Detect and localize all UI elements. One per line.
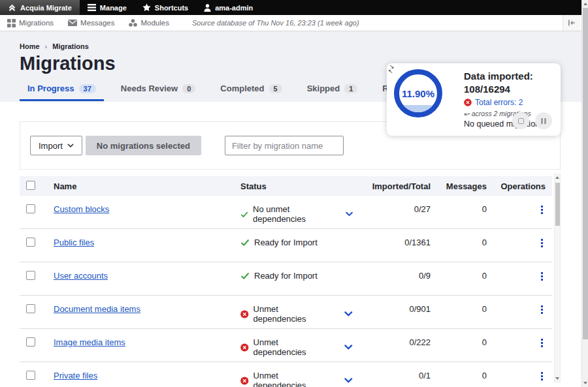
topbar-item-label: Acquia Migrate [20, 4, 72, 12]
toolbar-item-messages[interactable]: Messages [61, 19, 122, 27]
select-all-checkbox[interactable] [26, 181, 35, 190]
operations-menu-button[interactable] [538, 337, 546, 350]
tab-completed[interactable]: Completed 5 [212, 79, 289, 101]
status-text: Unmet dependencies [253, 337, 331, 357]
error-icon [240, 343, 249, 352]
import-dropdown-button[interactable]: Import [30, 136, 82, 155]
migration-name-link[interactable]: Document media items [54, 304, 140, 314]
total-errors-link[interactable]: Total errors: 2 [475, 98, 523, 107]
table-row: Document media items Unmet dependencies … [20, 296, 552, 329]
topbar-item-shortcuts[interactable]: Shortcuts [135, 0, 196, 15]
table-row: Private files Unmet dependencies 0/1 0 [20, 362, 552, 387]
import-button-label: Import [39, 141, 63, 151]
error-icon [240, 310, 249, 318]
collapse-tray-button[interactable] [563, 15, 580, 31]
stop-import-button[interactable] [512, 112, 529, 129]
breadcrumb: Home › Migrations [20, 42, 581, 50]
grid-icon [7, 19, 16, 27]
migration-name-link[interactable]: Image media items [54, 337, 125, 347]
star-icon [142, 3, 151, 12]
imported-total-value: 0/1361 [353, 238, 436, 247]
row-checkbox[interactable] [26, 204, 35, 213]
row-checkbox[interactable] [26, 304, 35, 313]
table-row: Custom blocks No unmet dependencies 0/27… [20, 196, 552, 229]
error-icon [240, 377, 249, 385]
scroll-up-arrow-icon[interactable] [555, 174, 560, 181]
migration-name-link[interactable]: Private files [54, 371, 97, 380]
migration-name-link[interactable]: Custom blocks [54, 204, 109, 214]
topbar-item-user[interactable]: ama-admin [196, 0, 261, 15]
imported-total-value: 0/901 [353, 304, 436, 314]
double-chevron-up-icon [8, 3, 16, 12]
operations-menu-button[interactable] [538, 238, 546, 251]
page-scrollbar[interactable] [581, 0, 588, 387]
topbar-item-manage[interactable]: Manage [80, 0, 135, 15]
secondary-toolbar: Migrations Messages Modules Source datab… [0, 15, 581, 31]
migration-filter-input[interactable] [225, 136, 344, 155]
row-checkbox[interactable] [26, 371, 35, 380]
messages-count: 0 [436, 238, 492, 247]
row-checkbox[interactable] [26, 271, 35, 280]
messages-count: 0 [436, 337, 492, 347]
page-scrollbar-thumb[interactable] [583, 8, 588, 339]
chevron-down-icon[interactable] [344, 378, 353, 383]
across-arrow-icon: ↜ [464, 110, 470, 117]
operations-menu-button[interactable] [538, 371, 546, 384]
topbar-item-label: Manage [100, 4, 127, 12]
toolbar-item-label: Messages [80, 19, 114, 27]
check-icon [240, 272, 250, 279]
toolbar-item-migrations[interactable]: Migrations [0, 19, 61, 27]
tab-skipped[interactable]: Skipped 1 [299, 79, 366, 101]
tab-in-progress[interactable]: In Progress 37 [20, 79, 104, 101]
no-migrations-selected-button: No migrations selected [86, 136, 201, 155]
messages-count: 0 [436, 371, 492, 380]
status-text: Ready for Import [254, 271, 318, 281]
scroll-down-arrow-icon[interactable] [582, 380, 588, 386]
table-row: Public files Ready for Import 0/1361 0 [20, 229, 552, 262]
scroll-down-arrow-icon[interactable] [555, 375, 560, 382]
tab-count-badge: 5 [269, 84, 282, 93]
pause-import-button[interactable] [535, 112, 552, 129]
operations-menu-button[interactable] [538, 204, 546, 217]
data-imported-value: 108/16294 [464, 83, 557, 96]
chevron-down-icon[interactable] [344, 311, 353, 317]
header-name: Name [54, 181, 240, 191]
progress-donut: 11.90% [394, 69, 442, 117]
breadcrumb-home-link[interactable]: Home [20, 42, 40, 50]
user-icon [204, 4, 211, 12]
collapse-tray-icon [568, 20, 576, 26]
pause-icon [541, 118, 543, 124]
chevron-down-icon[interactable] [346, 211, 353, 217]
table-scrollbar[interactable] [554, 174, 561, 382]
operations-menu-button[interactable] [538, 304, 546, 317]
status-text: Ready for Import [254, 238, 318, 247]
toolbar-item-modules[interactable]: Modules [122, 19, 176, 27]
topbar-item-label: Shortcuts [155, 4, 188, 12]
messages-count: 0 [436, 271, 492, 281]
row-checkbox[interactable] [26, 238, 35, 247]
kebab-icon [541, 272, 543, 274]
migration-name-link[interactable]: Public files [54, 238, 94, 247]
kebab-icon [541, 305, 543, 307]
toolbar-item-label: Migrations [19, 19, 54, 27]
table-scrollbar-thumb[interactable] [555, 183, 560, 226]
migration-name-link[interactable]: User accounts [54, 271, 108, 281]
tab-needs-review[interactable]: Needs Review 0 [113, 79, 204, 101]
imported-total-value: 0/27 [353, 204, 436, 214]
tab-label: In Progress [27, 84, 74, 93]
header-imported-total: Imported/Total [353, 181, 436, 191]
row-checkbox[interactable] [26, 337, 35, 347]
kebab-icon [541, 239, 543, 241]
header-messages: Messages [436, 181, 492, 191]
tab-label: Completed [220, 84, 264, 93]
topbar-item-acquia-migrate[interactable]: Acquia Migrate [0, 0, 80, 15]
status-text: Unmet dependencies [253, 304, 331, 324]
operations-menu-button[interactable] [538, 271, 546, 284]
kebab-icon [541, 372, 543, 374]
resize-handle-icon[interactable]: ↘↖ [389, 65, 395, 74]
tab-label: Needs Review [121, 84, 178, 93]
source-database-note: Source database of Thu Nov 16, 23:23 (1 … [192, 19, 359, 27]
chevron-down-icon[interactable] [344, 345, 353, 350]
scroll-up-arrow-icon[interactable] [582, 1, 588, 7]
migrations-table: Name Status Imported/Total Messages Oper… [20, 176, 552, 387]
